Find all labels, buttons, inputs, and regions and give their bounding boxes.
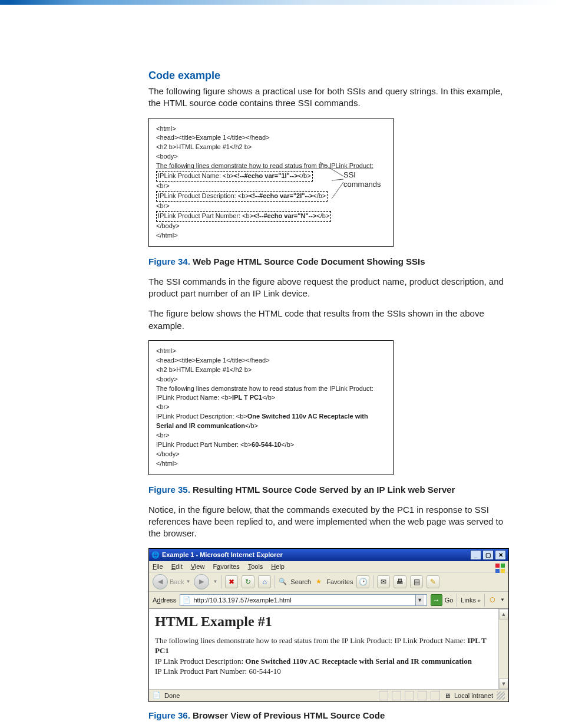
scroll-up-icon[interactable]: ▲ [499,609,508,620]
go-button[interactable]: → Go [431,594,454,606]
page-heading: HTML Example #1 [155,614,495,630]
page-top-rule [0,0,562,5]
search-label: Search [290,578,311,585]
code-line: <body> [156,375,387,384]
menu-file[interactable]: FFileile [153,563,163,570]
back-label: Back [170,578,184,585]
toolbar: ◀ Back ▼ ▶ ▼ ✖ ↻ ⌂ 🔍 Search ★ Favorites … [149,572,508,592]
page-icon: 📄 [183,596,191,604]
url-text: http://10.13.197.57/example1.html [193,597,412,604]
maximize-button[interactable]: ▢ [482,550,494,560]
browser-viewport: ▲ ▼ HTML Example #1 The following lines … [149,609,508,689]
security-zone: 🖥 Local intranet [444,691,493,700]
figure-title: Resulting HTML Source Code Served by an … [193,485,455,495]
status-cell [431,691,440,700]
code-line: IPLink Product Part Number: <b>60-544-10… [156,440,387,450]
statusbar: 📄 Done 🖥 Local intranet [149,689,508,701]
figure-34-caption: Figure 34. Web Page HTML Source Code Doc… [148,256,511,266]
figure-35-caption: Figure 35. Resulting HTML Source Code Se… [148,485,511,495]
code-line: <head><title>Example 1</title></head> [156,133,387,143]
code-box-ssi-source: SSI commands <html> <head><title>Example… [148,118,394,247]
address-input[interactable]: 📄 http://10.13.197.57/example1.html ▼ [180,594,427,606]
body-paragraph: Notice, in the figure below, that the co… [148,504,511,540]
links-label[interactable]: Links » [461,597,481,604]
menubar: FFileile Edit View Favorites Tools Help [149,561,508,572]
minimize-button[interactable]: _ [470,550,481,560]
window-title: Example 1 - Microsoft Internet Explorer [162,551,283,558]
search-icon[interactable]: 🔍 [279,578,287,586]
menu-view[interactable]: View [191,563,205,570]
resize-grip-icon[interactable] [497,691,505,700]
code-line: <h2 b>HTML Example #1</h2 b> [156,143,387,152]
menu-tools[interactable]: Tools [248,563,263,570]
address-bar: Address 📄 http://10.13.197.57/example1.h… [149,592,508,609]
toolbar-separator [373,575,373,588]
discuss-button[interactable]: ✎ [427,575,439,588]
figure-title: Web Page HTML Source Code Document Showi… [193,256,425,266]
address-dropdown-icon[interactable]: ▼ [415,595,424,605]
addressbar-separator [457,594,457,607]
favorites-star-icon[interactable]: ★ [315,578,323,586]
zone-label: Local intranet [454,692,493,699]
code-line: </html> [156,231,387,241]
svg-rect-6 [501,569,505,573]
close-button[interactable]: ✕ [495,550,506,560]
code-line: The following lines demonstrate how to r… [156,384,387,394]
status-cell [392,691,401,700]
code-line-ssi-2: IPLink Product Description: <b><!--#echo… [156,191,387,202]
edit-button[interactable]: ▤ [410,575,423,588]
menu-help[interactable]: Help [271,563,285,570]
norton-dropdown-icon[interactable]: ▼ [500,597,505,602]
home-button[interactable]: ⌂ [258,575,271,588]
section-heading: Code example [148,70,511,82]
figure-36-caption: Figure 36. Browser View of Previous HTML… [148,710,511,720]
forward-button[interactable]: ▶ [194,574,209,589]
code-line: <br> [156,202,387,211]
back-dropdown-icon[interactable]: ▼ [186,579,190,584]
code-line: <html> [156,124,387,134]
body-paragraph: The figure below shows the HTML code tha… [148,308,511,332]
stop-button[interactable]: ✖ [225,575,238,588]
svg-rect-4 [501,564,505,568]
ssi-annotation: SSI commands [343,170,381,190]
print-button[interactable]: 🖶 [394,575,406,588]
status-text: Done [164,692,180,699]
titlebar: 🌐 Example 1 - Microsoft Internet Explore… [149,549,508,561]
scrollbar[interactable]: ▲ ▼ [498,609,508,689]
code-line: <html> [156,347,387,356]
back-button[interactable]: ◀ [153,574,168,589]
status-cell [405,691,414,700]
svg-rect-5 [495,569,500,573]
code-line: IPLink Product Name: <b>IPL T PC1</b> [156,393,387,403]
intro-paragraph: The following figure shows a practical u… [148,85,511,110]
code-line: <body> [156,152,387,162]
history-button[interactable]: 🕑 [356,575,369,588]
menu-favorites[interactable]: Favorites [213,563,239,570]
code-line: </body> [156,222,387,231]
code-line: <h2 b>HTML Example #1</h2 b> [156,365,387,375]
toolbar-separator [221,575,222,588]
favorites-label: Favorites [326,578,353,585]
body-paragraph: The SSI commands in the figure above req… [148,276,511,300]
code-line: <br> [156,403,387,412]
code-line: IPLink Product Description: <b>One Switc… [156,412,387,431]
svg-rect-3 [495,564,500,568]
refresh-button[interactable]: ↻ [242,575,254,588]
code-line: <head><title>Example 1</title></head> [156,356,387,365]
go-arrow-icon: → [431,594,442,606]
page-done-icon: 📄 [153,691,161,700]
toolbar-separator [275,575,275,588]
menu-edit[interactable]: Edit [171,563,183,570]
code-line: </html> [156,459,387,469]
figure-title: Browser View of Previous HTML Source Cod… [193,710,385,720]
figure-number: Figure 34. [148,256,190,266]
scroll-track[interactable] [499,620,508,678]
mail-button[interactable]: ✉ [377,575,390,588]
norton-icon[interactable]: ⬡ [488,596,497,604]
status-cell [379,691,388,700]
ssi-command-3: IPLink Product Part Number: <b><!--#echo… [156,211,331,222]
forward-dropdown-icon[interactable]: ▼ [213,579,217,584]
addressbar-separator [484,594,485,607]
go-label: Go [445,597,454,604]
scroll-down-icon[interactable]: ▼ [499,678,508,689]
